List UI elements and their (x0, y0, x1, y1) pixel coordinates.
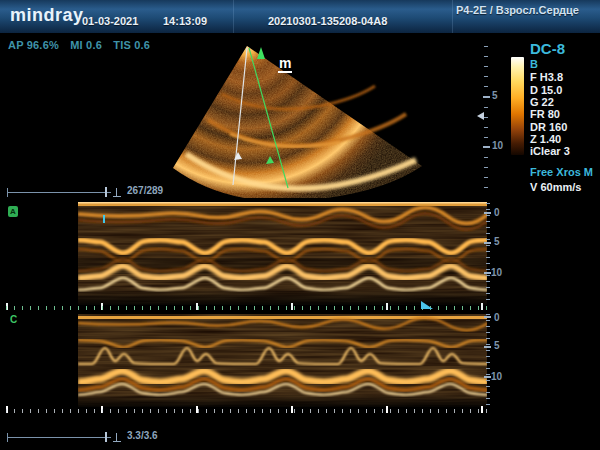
mechanical-index: MI 0.6 (70, 39, 102, 51)
exam-time: 14:13:09 (163, 15, 207, 27)
param-frequency: F H3.8 (530, 71, 563, 83)
cine-track[interactable] (7, 192, 111, 193)
depth-major-tick (483, 146, 490, 148)
active-cursor-icon[interactable] (257, 47, 265, 59)
depth-major-tick (483, 96, 490, 98)
exam-date: 01-03-2021 (82, 15, 138, 27)
acoustic-power: AP 96.6% (8, 39, 59, 51)
m-mode-trace-2-image (78, 314, 487, 407)
trace-2-depth-0: 0 (494, 312, 500, 323)
cine-frame-bar[interactable]: 267/289 (5, 184, 175, 198)
grayscale-colormap-bar (511, 57, 524, 155)
probe-preset: P4-2E / Взросл.Сердце (456, 4, 579, 16)
cine-time-counter: 3.3/3.6 (127, 430, 158, 441)
trace-2-time-ruler-minor (6, 409, 487, 413)
param-dynamicrange: DR 160 (530, 121, 567, 133)
thermal-index: TIS 0.6 (113, 39, 150, 51)
param-framerate: FR 80 (530, 108, 560, 120)
m-mode-cursor-icon[interactable]: m (278, 56, 292, 73)
b-mode-image[interactable]: m (170, 42, 428, 198)
cine-track-start (7, 188, 8, 197)
trace-1-sweep-marker (103, 215, 105, 223)
trace-1-time-ruler-minor (6, 306, 487, 310)
titlebar-separator (233, 0, 234, 33)
title-bar: mindray 01-03-2021 14:13:09 20210301-135… (0, 0, 600, 34)
b-depth-10: 10 (492, 140, 503, 151)
titlebar-separator (452, 0, 453, 33)
m-line-a-marker[interactable]: A (8, 206, 18, 217)
cine-frame-counter: 267/289 (127, 185, 163, 196)
mindray-logo: mindray (10, 5, 84, 26)
param-zoom: Z 1.40 (530, 133, 561, 145)
focus-position-icon[interactable] (477, 112, 484, 120)
cine-track[interactable] (7, 437, 111, 438)
m-mode-trace-1[interactable] (78, 202, 487, 309)
depth-major-tick (484, 376, 491, 378)
trace-1-depth-0: 0 (494, 207, 500, 218)
depth-major-tick (484, 316, 491, 318)
trace-2-depth-ticks (486, 314, 490, 407)
cine-end-marker-base (113, 441, 121, 442)
b-mode-depth-ruler (484, 46, 488, 198)
mode-b-label: B (530, 58, 538, 70)
cine-time-bar[interactable]: 3.3/3.6 (5, 429, 175, 443)
b-mode-sector (170, 42, 428, 198)
depth-major-tick (484, 212, 491, 214)
trace-2-depth-10: 10 (491, 371, 502, 382)
depth-major-tick (484, 346, 491, 348)
cine-position-marker[interactable] (105, 187, 107, 197)
sweep-speed: V 60mm/s (530, 181, 581, 193)
free-xros-m-label: Free Xros M (530, 166, 593, 178)
m-mode-trace-2[interactable] (78, 314, 487, 411)
trace-1-depth-5: 5 (494, 236, 500, 247)
m-mode-trace-1-image (78, 202, 487, 305)
b-depth-5: 5 (492, 90, 498, 101)
cine-end-marker-base (113, 196, 121, 197)
cine-track-start (7, 433, 8, 442)
trace-1-depth-ticks (486, 203, 490, 302)
system-model: DC-8 (530, 40, 565, 57)
param-gain: G 22 (530, 96, 554, 108)
param-iclear: iClear 3 (530, 145, 570, 157)
exam-id: 20210301-135208-04A8 (268, 15, 387, 27)
param-depth: D 15.0 (530, 84, 562, 96)
trace-1-depth-10: 10 (491, 267, 502, 278)
trace-2-depth-5: 5 (494, 340, 500, 351)
m-line-c-marker[interactable]: C (10, 314, 17, 325)
acoustic-output-line: AP 96.6% MI 0.6 TIS 0.6 (8, 39, 158, 51)
cine-position-marker[interactable] (105, 432, 107, 442)
depth-major-tick (484, 272, 491, 274)
depth-major-tick (484, 242, 491, 244)
